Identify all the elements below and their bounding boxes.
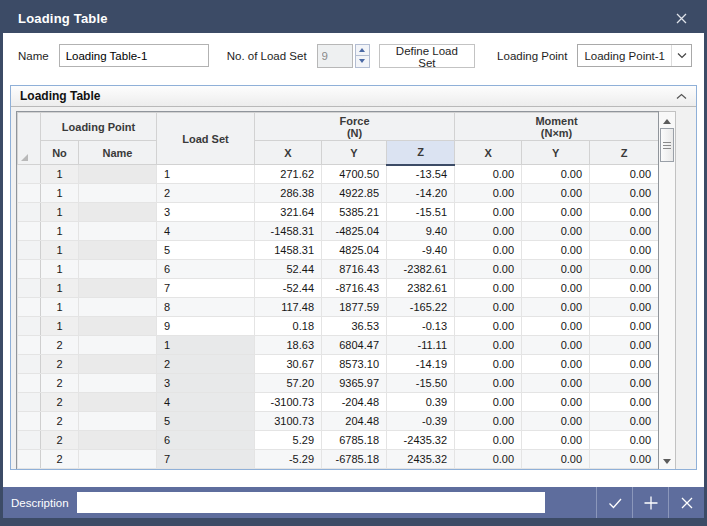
moment-z-cell[interactable]: 0.00 bbox=[590, 317, 659, 336]
moment-x-cell[interactable]: 0.00 bbox=[455, 412, 522, 431]
moment-y-cell[interactable]: 0.00 bbox=[522, 279, 590, 298]
force-y-cell[interactable]: -4825.04 bbox=[322, 222, 387, 241]
scroll-down-button[interactable] bbox=[659, 454, 675, 469]
force-y-cell[interactable]: 9365.97 bbox=[322, 374, 387, 393]
force-y-column-header[interactable]: Y bbox=[322, 141, 387, 165]
name-cell[interactable] bbox=[79, 203, 157, 222]
moment-y-cell[interactable]: 0.00 bbox=[522, 184, 590, 203]
no-cell[interactable]: 2 bbox=[41, 355, 79, 374]
spinner-down-button[interactable] bbox=[355, 56, 370, 68]
moment-x-column-header[interactable]: X bbox=[455, 141, 522, 165]
no-cell[interactable]: 1 bbox=[41, 298, 79, 317]
force-y-cell[interactable]: -6785.18 bbox=[322, 450, 387, 469]
moment-x-cell[interactable]: 0.00 bbox=[455, 165, 522, 184]
name-cell[interactable] bbox=[79, 279, 157, 298]
force-x-cell[interactable]: -1458.31 bbox=[255, 222, 322, 241]
load-set-cell[interactable]: 7 bbox=[157, 450, 255, 469]
moment-x-cell[interactable]: 0.00 bbox=[455, 260, 522, 279]
name-cell[interactable] bbox=[79, 317, 157, 336]
moment-z-cell[interactable]: 0.00 bbox=[590, 260, 659, 279]
row-indicator-cell[interactable] bbox=[18, 469, 41, 470]
force-y-cell[interactable]: 6804.47 bbox=[322, 336, 387, 355]
moment-y-cell[interactable]: 0.00 bbox=[522, 393, 590, 412]
no-cell[interactable]: 1 bbox=[41, 317, 79, 336]
moment-x-cell[interactable]: 0.00 bbox=[455, 203, 522, 222]
force-z-cell[interactable]: -13.54 bbox=[387, 165, 455, 184]
force-y-cell[interactable]: 204.48 bbox=[322, 412, 387, 431]
row-indicator-cell[interactable] bbox=[18, 165, 41, 184]
moment-y-cell[interactable]: 0.00 bbox=[522, 431, 590, 450]
no-cell[interactable]: 2 bbox=[41, 431, 79, 450]
cancel-button[interactable] bbox=[668, 487, 704, 518]
load-set-cell[interactable]: 5 bbox=[157, 412, 255, 431]
spinner-up-button[interactable] bbox=[355, 44, 370, 57]
row-indicator-cell[interactable] bbox=[18, 222, 41, 241]
no-cell[interactable]: 2 bbox=[41, 336, 79, 355]
row-indicator-cell[interactable] bbox=[18, 431, 41, 450]
name-cell[interactable] bbox=[79, 165, 157, 184]
force-y-cell[interactable] bbox=[322, 469, 387, 470]
add-button[interactable] bbox=[632, 487, 668, 518]
name-column-header[interactable]: Name bbox=[79, 141, 157, 165]
no-cell[interactable]: 2 bbox=[41, 412, 79, 431]
moment-z-cell[interactable]: 0.00 bbox=[590, 450, 659, 469]
force-y-cell[interactable]: 4825.04 bbox=[322, 241, 387, 260]
moment-x-cell[interactable]: 0.00 bbox=[455, 279, 522, 298]
force-y-cell[interactable]: -204.48 bbox=[322, 393, 387, 412]
row-indicator-cell[interactable] bbox=[18, 393, 41, 412]
moment-y-cell[interactable]: 0.00 bbox=[522, 241, 590, 260]
moment-y-cell[interactable]: 0.00 bbox=[522, 336, 590, 355]
moment-z-cell[interactable]: 0.00 bbox=[590, 203, 659, 222]
loading-point-column-group-header[interactable]: Loading Point bbox=[41, 113, 157, 141]
force-x-column-header[interactable]: X bbox=[255, 141, 322, 165]
collapse-chevron-up-icon[interactable] bbox=[676, 93, 687, 100]
name-cell[interactable] bbox=[79, 241, 157, 260]
loading-point-dropdown[interactable]: Loading Point-1 bbox=[577, 44, 692, 67]
force-x-cell[interactable]: 3100.73 bbox=[255, 412, 322, 431]
force-z-cell[interactable]: 0.39 bbox=[387, 393, 455, 412]
force-z-cell[interactable]: -165.22 bbox=[387, 298, 455, 317]
moment-x-cell[interactable]: 0.00 bbox=[455, 184, 522, 203]
moment-z-cell[interactable]: 0.00 bbox=[590, 336, 659, 355]
moment-y-cell[interactable]: 0.00 bbox=[522, 203, 590, 222]
name-cell[interactable] bbox=[79, 260, 157, 279]
row-indicator-cell[interactable] bbox=[18, 298, 41, 317]
name-cell[interactable] bbox=[79, 184, 157, 203]
moment-z-cell[interactable]: 0.00 bbox=[590, 222, 659, 241]
moment-y-cell[interactable]: 0.00 bbox=[522, 222, 590, 241]
moment-z-cell[interactable] bbox=[590, 469, 659, 470]
moment-x-cell[interactable] bbox=[455, 469, 522, 470]
description-input[interactable] bbox=[77, 492, 545, 513]
no-column-header[interactable]: No bbox=[41, 141, 79, 165]
moment-z-column-header[interactable]: Z bbox=[590, 141, 659, 165]
load-set-cell[interactable]: 3 bbox=[157, 203, 255, 222]
moment-z-cell[interactable]: 0.00 bbox=[590, 184, 659, 203]
force-x-cell[interactable]: 1458.31 bbox=[255, 241, 322, 260]
row-indicator-cell[interactable] bbox=[18, 317, 41, 336]
moment-x-cell[interactable]: 0.00 bbox=[455, 431, 522, 450]
row-indicator-cell[interactable] bbox=[18, 355, 41, 374]
scroll-up-button[interactable] bbox=[659, 112, 675, 128]
name-cell[interactable] bbox=[79, 431, 157, 450]
force-z-cell[interactable]: 2382.61 bbox=[387, 279, 455, 298]
row-indicator-header[interactable] bbox=[18, 113, 41, 165]
no-cell[interactable]: 2 bbox=[41, 393, 79, 412]
moment-x-cell[interactable]: 0.00 bbox=[455, 317, 522, 336]
no-cell[interactable]: 1 bbox=[41, 241, 79, 260]
moment-z-cell[interactable]: 0.00 bbox=[590, 298, 659, 317]
scrollbar-track[interactable] bbox=[659, 128, 675, 454]
moment-z-cell[interactable]: 0.00 bbox=[590, 412, 659, 431]
moment-x-cell[interactable]: 0.00 bbox=[455, 241, 522, 260]
no-cell[interactable]: 1 bbox=[41, 260, 79, 279]
moment-z-cell[interactable]: 0.00 bbox=[590, 165, 659, 184]
load-set-cell[interactable]: 5 bbox=[157, 241, 255, 260]
name-cell[interactable] bbox=[79, 222, 157, 241]
load-set-column-header[interactable]: Load Set bbox=[157, 113, 255, 165]
load-set-cell[interactable] bbox=[157, 469, 255, 470]
force-x-cell[interactable]: 30.67 bbox=[255, 355, 322, 374]
row-indicator-cell[interactable] bbox=[18, 412, 41, 431]
no-cell[interactable]: 1 bbox=[41, 184, 79, 203]
force-y-cell[interactable]: 8716.43 bbox=[322, 260, 387, 279]
load-set-cell[interactable]: 8 bbox=[157, 298, 255, 317]
row-indicator-cell[interactable] bbox=[18, 450, 41, 469]
